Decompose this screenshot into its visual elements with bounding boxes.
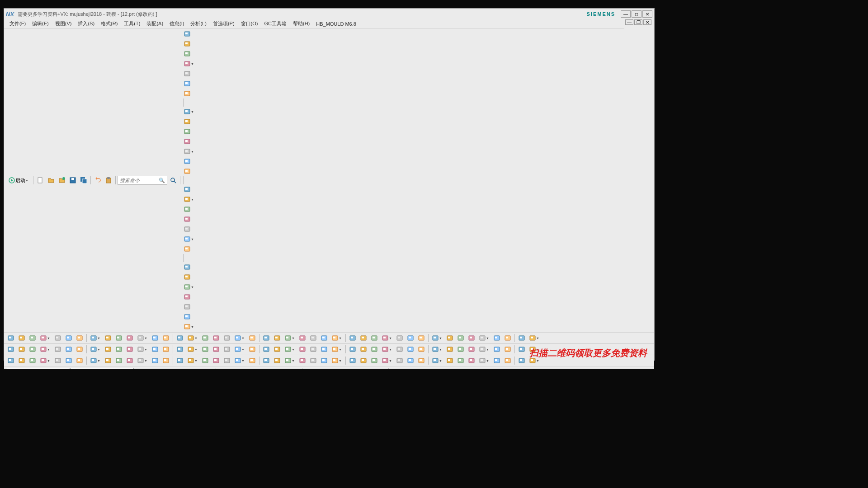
tool-button[interactable] (175, 333, 185, 343)
tool-button[interactable] (261, 356, 271, 366)
tool-button[interactable] (28, 356, 38, 366)
tool-button[interactable] (64, 356, 74, 366)
menu-item[interactable]: 编辑(E) (29, 19, 52, 28)
tool-button[interactable] (340, 367, 350, 369)
tool-button[interactable]: ▼ (218, 367, 231, 369)
tool-button[interactable] (53, 344, 63, 354)
tool-button[interactable] (182, 89, 192, 99)
tool-button[interactable]: ▼ (186, 356, 199, 366)
tool-button[interactable] (182, 214, 192, 224)
tool-button[interactable]: ▼ (89, 356, 102, 366)
tool-button[interactable]: ▼ (430, 356, 444, 366)
tool-button[interactable] (161, 333, 171, 343)
tool-button[interactable] (304, 367, 314, 369)
tool-button[interactable] (222, 333, 232, 343)
tool-button[interactable]: ▼ (362, 367, 376, 369)
tool-button[interactable] (182, 79, 192, 89)
tool-button[interactable] (193, 367, 203, 369)
command-search-box[interactable]: 🔍 (118, 176, 167, 185)
tool-button[interactable] (261, 344, 271, 354)
tool-button[interactable]: ▼ (283, 356, 297, 366)
tool-button[interactable]: ▼ (182, 322, 196, 332)
tool-button[interactable] (395, 333, 405, 343)
selection-scope-select[interactable]: 整个装配 (71, 368, 134, 369)
menu-item[interactable]: 窗口(O) (238, 19, 261, 28)
tool-button[interactable]: ▼ (182, 194, 196, 204)
tool-button[interactable]: ▼ (89, 344, 102, 354)
tool-button[interactable] (28, 333, 38, 343)
tool-button[interactable]: ▼ (182, 234, 196, 244)
tool-button[interactable] (182, 312, 192, 322)
tool-button[interactable]: ▼ (168, 367, 181, 369)
tool-button[interactable] (53, 356, 63, 366)
tool-button[interactable] (222, 344, 232, 354)
tool-button[interactable] (351, 367, 361, 369)
tool-button[interactable] (467, 344, 476, 354)
tool-button[interactable] (182, 367, 192, 369)
close-button[interactable]: ✕ (642, 10, 652, 18)
menu-item[interactable]: 帮助(H) (290, 19, 312, 28)
tool-button[interactable] (406, 344, 415, 354)
tool-button[interactable] (157, 367, 167, 369)
tool-button[interactable] (247, 333, 257, 343)
tool-button[interactable]: ▼ (136, 333, 149, 343)
tool-button[interactable] (359, 356, 368, 366)
tool-button[interactable] (279, 367, 289, 369)
tool-button[interactable]: ▼ (283, 344, 297, 354)
command-search-input[interactable] (120, 178, 159, 183)
tool-button[interactable] (125, 344, 135, 354)
tool-button[interactable] (445, 356, 455, 366)
tool-button[interactable] (103, 333, 113, 343)
tool-button[interactable] (391, 367, 401, 369)
tool-button[interactable] (182, 49, 192, 59)
menu-item[interactable]: 插入(S) (75, 19, 97, 28)
tool-button[interactable] (319, 356, 329, 366)
tool-button[interactable] (308, 333, 318, 343)
tool-button[interactable] (445, 344, 455, 354)
tool-button[interactable] (125, 356, 135, 366)
tool-button[interactable]: ▼ (477, 344, 491, 354)
tool-button[interactable] (182, 184, 192, 194)
tool-button[interactable] (330, 367, 340, 369)
tool-button[interactable]: ▼ (430, 344, 444, 354)
tool-button[interactable] (416, 333, 426, 343)
tool-button[interactable] (456, 344, 466, 354)
menu-item[interactable]: 视图(V) (52, 19, 75, 28)
open-file-button[interactable] (46, 175, 56, 185)
menu-item[interactable]: 工具(T) (121, 19, 143, 28)
tool-button[interactable] (114, 344, 124, 354)
tool-button[interactable] (272, 356, 282, 366)
tool-button[interactable] (182, 244, 192, 254)
tool-button[interactable] (182, 29, 192, 39)
tool-button[interactable] (150, 356, 160, 366)
tool-button[interactable] (377, 367, 387, 369)
tool-button[interactable] (297, 356, 307, 366)
tool-button[interactable]: ▼ (233, 333, 246, 343)
menu-item[interactable]: 信息(I) (167, 19, 187, 28)
tool-button[interactable] (272, 344, 282, 354)
tool-button[interactable] (517, 333, 527, 343)
tool-button[interactable]: ▼ (38, 356, 52, 366)
tool-button[interactable] (456, 333, 466, 343)
tool-button[interactable] (503, 344, 513, 354)
minimize-button[interactable]: — (621, 10, 631, 18)
tool-button[interactable] (395, 344, 405, 354)
tool-button[interactable] (200, 333, 210, 343)
tool-button[interactable] (17, 356, 27, 366)
tool-button[interactable] (348, 356, 358, 366)
tool-button[interactable] (211, 356, 221, 366)
maximize-button[interactable]: □ (632, 10, 642, 18)
tool-button[interactable] (150, 344, 160, 354)
tool-button[interactable] (75, 356, 85, 366)
tool-button[interactable] (6, 344, 16, 354)
tool-button[interactable]: ▼ (182, 146, 196, 156)
tool-button[interactable] (319, 344, 329, 354)
tool-button[interactable] (348, 344, 358, 354)
find-button[interactable] (168, 175, 178, 185)
tool-button[interactable] (369, 356, 379, 366)
tool-button[interactable] (369, 344, 379, 354)
tool-button[interactable] (211, 344, 221, 354)
tool-button[interactable]: ▼ (182, 107, 196, 117)
menu-item[interactable]: GC工具箱 (261, 19, 289, 28)
save-all-button[interactable] (79, 175, 89, 185)
